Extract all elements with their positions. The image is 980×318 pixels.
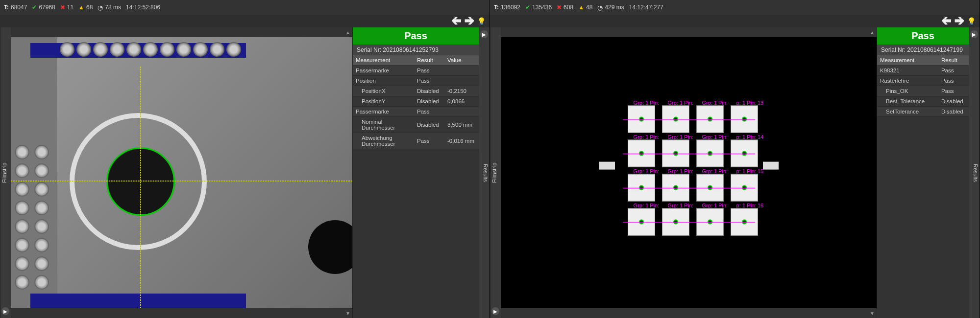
t-label: T: <box>4 4 9 11</box>
table-row[interactable]: K98321Pass <box>877 66 969 76</box>
cell-measurement: Abweichung Durchmesser <box>353 133 414 149</box>
table-row[interactable]: PositionPass <box>353 76 479 86</box>
scroll-up-icon[interactable]: ▲ <box>870 30 875 35</box>
prev-arrow-icon[interactable]: 🡰 <box>452 16 462 27</box>
table-row[interactable]: PassermarkePass <box>353 107 479 117</box>
table-row[interactable]: Pins_OKPass <box>877 86 969 96</box>
inspection-pane-1: T: 68047 ✔ 67968 ✖ 11 ▲ 68 ◔ 78 ms 14:12… <box>0 0 490 318</box>
fail-icon: ✖ <box>60 4 65 11</box>
table-row[interactable]: PositionXDisabled-0,2150 <box>353 86 479 96</box>
cell-result: Pass <box>414 107 444 117</box>
next-arrow-icon[interactable]: 🡲 <box>465 16 474 27</box>
results-tab-label: Results <box>973 164 979 182</box>
next-arrow-icon[interactable]: 🡲 <box>955 16 964 27</box>
serial-row: Serial Nr: 20210806141247199 <box>877 45 969 55</box>
pin-label: Grp: 1 Pin: <box>702 134 728 140</box>
serial-row: Serial Nr: 20210806141252793 <box>353 45 479 55</box>
collapse-results-icon[interactable]: ▶ <box>480 30 488 38</box>
table-row[interactable]: Best_ToleranceDisabled <box>877 96 969 107</box>
pin-label: p: 1 Pin: 13 <box>736 100 764 106</box>
pin-label: Grp: 1 Pin: <box>634 134 660 140</box>
pin-label: Grp: 1 Pin: <box>668 134 694 140</box>
cell-result: Pass <box>938 76 969 86</box>
cell-measurement: SetTolerance <box>877 107 938 117</box>
col-value[interactable]: Value <box>444 55 479 66</box>
viewer: ▲ ▼ <box>11 27 352 318</box>
table-row[interactable]: Nominal DurchmesserDisabled3,500 mm <box>353 117 479 133</box>
prev-arrow-icon[interactable]: 🡰 <box>942 16 952 27</box>
warn-icon: ▲ <box>78 4 84 11</box>
clock-icon: ◔ <box>597 4 603 11</box>
nav-row: 🡰 🡲 💡 <box>0 15 490 27</box>
timestamp: 14:12:47:277 <box>629 4 663 11</box>
bulb-icon[interactable]: 💡 <box>477 17 486 25</box>
col-result[interactable]: Result <box>938 55 969 66</box>
t-label: T: <box>494 4 499 11</box>
measurement-table: Measurement Result K98321PassRasterlehre… <box>877 55 969 117</box>
viewer-footer: ▼ <box>501 308 877 318</box>
table-row[interactable]: PositionYDisabled0,0866 <box>353 96 479 107</box>
pin-label: Grp: 1 Pin: <box>634 203 660 208</box>
cell-value: 0,0866 <box>444 96 479 107</box>
viewer-footer: ▼ <box>11 308 352 318</box>
warn-count: 48 <box>586 4 592 11</box>
pass-count: 67968 <box>39 4 55 11</box>
stats-bar: T: 68047 ✔ 67968 ✖ 11 ▲ 68 ◔ 78 ms 14:12… <box>0 0 490 15</box>
cell-measurement: Position <box>353 76 414 86</box>
cell-value <box>444 76 479 86</box>
cell-result: Pass <box>938 86 969 96</box>
bulb-icon[interactable]: 💡 <box>967 17 976 25</box>
expand-filmstrip-icon[interactable]: ▶ <box>1 307 9 315</box>
cell-measurement: K98321 <box>877 66 938 76</box>
results-tab[interactable]: ▶ Results <box>479 27 490 318</box>
serial-value: 20210806141247199 <box>907 46 962 53</box>
fail-count: 11 <box>67 4 74 11</box>
viewer-canvas[interactable]: Grp: 1 Pin:Grp: 1 Pin:Grp: 1 Pin:p: 1 Pi… <box>501 37 877 308</box>
cell-result: Disabled <box>414 117 444 133</box>
pass-banner: Pass <box>353 27 479 45</box>
table-row[interactable]: SetToleranceDisabled <box>877 107 969 117</box>
scroll-up-icon[interactable]: ▲ <box>345 30 350 35</box>
cell-measurement: Nominal Durchmesser <box>353 117 414 133</box>
cell-measurement: Rasterlehre <box>877 76 938 86</box>
cell-result: Pass <box>414 133 444 149</box>
results-panel: Pass Serial Nr: 20210806141247199 Measur… <box>877 27 969 318</box>
warn-count: 68 <box>86 4 93 11</box>
results-tab[interactable]: ▶ Results <box>969 27 980 318</box>
viewer-toolbar: ▲ <box>11 27 352 37</box>
pin-label: p: 1 Pin: 15 <box>736 168 764 174</box>
pass-icon: ✔ <box>525 4 530 11</box>
serial-value: 20210806141252793 <box>383 46 438 53</box>
chip-image: Grp: 1 Pin:Grp: 1 Pin:Grp: 1 Pin:p: 1 Pi… <box>613 91 765 243</box>
pin-label: Grp: 1 Pin: <box>702 100 728 106</box>
col-measurement[interactable]: Measurement <box>353 55 414 66</box>
scroll-down-icon[interactable]: ▼ <box>870 311 875 316</box>
col-result[interactable]: Result <box>414 55 444 66</box>
t-count: 136092 <box>501 4 520 11</box>
filmstrip-panel[interactable]: ▶ Filmstrip <box>0 27 11 318</box>
table-row[interactable]: PassermarkePass <box>353 66 479 76</box>
cell-measurement: Best_Tolerance <box>877 96 938 107</box>
cell-value <box>444 66 479 76</box>
filmstrip-label: Filmstrip <box>491 162 497 183</box>
expand-filmstrip-icon[interactable]: ▶ <box>491 307 499 315</box>
table-row[interactable]: Abweichung DurchmesserPass-0,016 mm <box>353 133 479 149</box>
cell-result: Pass <box>414 66 444 76</box>
scroll-down-icon[interactable]: ▼ <box>345 311 350 316</box>
cell-result: Disabled <box>414 96 444 107</box>
cell-measurement: Pins_OK <box>877 86 938 96</box>
pin-label: Grp: 1 Pin: <box>634 168 660 174</box>
collapse-results-icon[interactable]: ▶ <box>970 30 978 38</box>
t-count: 68047 <box>11 4 27 11</box>
pass-count: 135436 <box>532 4 552 11</box>
pin-label: Grp: 1 Pin: <box>702 168 728 174</box>
cell-result: Disabled <box>938 96 969 107</box>
cell-result: Pass <box>414 76 444 86</box>
viewer-canvas[interactable] <box>11 37 352 308</box>
cycle-ms: 78 ms <box>105 4 121 11</box>
pin-label: Grp: 1 Pin: <box>668 203 694 208</box>
table-row[interactable]: RasterlehrePass <box>877 76 969 86</box>
filmstrip-panel[interactable]: ▶ Filmstrip <box>490 27 501 318</box>
pin-label: p: 1 Pin: 14 <box>736 134 764 140</box>
col-measurement[interactable]: Measurement <box>877 55 938 66</box>
